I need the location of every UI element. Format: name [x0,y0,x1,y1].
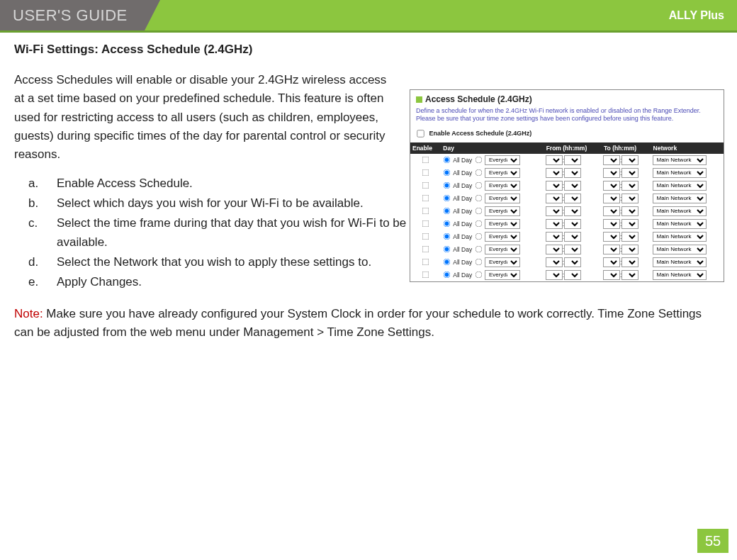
row-from-hh-select[interactable]: 00 [546,194,563,203]
step-b: b. Select which days you wish for your W… [14,194,425,213]
row-allday-radio[interactable] [444,157,451,164]
row-day-radio[interactable] [475,259,482,266]
row-day-radio[interactable] [475,169,482,177]
row-to-mm-select[interactable]: 00 [621,232,638,242]
row-to-mm-select[interactable]: 00 [621,219,638,229]
row-to-hh-select[interactable]: 00 [603,219,620,229]
row-allday-radio[interactable] [444,182,451,189]
row-to-hh-select[interactable]: 00 [603,206,620,216]
row-day-radio[interactable] [475,246,482,253]
row-enable-checkbox[interactable] [422,220,429,228]
row-to-mm-select[interactable]: 00 [621,245,638,254]
row-day-select[interactable]: Everyday [485,270,520,280]
row-allday-radio[interactable] [444,271,451,279]
row-to-mm-select[interactable]: 00 [621,194,638,203]
row-from-hh-select[interactable]: 00 [546,168,563,178]
row-to-mm-select[interactable]: 00 [621,168,638,178]
row-enable-checkbox[interactable] [422,157,429,164]
row-to-hh-select[interactable]: 00 [603,181,620,191]
row-network-select[interactable]: Main Network [653,232,707,242]
row-network-select[interactable]: Main Network [653,270,707,280]
row-from-hh-select[interactable]: 00 [546,245,563,254]
row-from-hh-select[interactable]: 00 [546,181,563,191]
row-day-select[interactable]: Everyday [485,168,520,178]
row-network-select[interactable]: Main Network [653,206,707,216]
row-from-mm-select[interactable]: 00 [564,206,581,216]
row-day-select[interactable]: Everyday [485,181,520,191]
row-day-radio[interactable] [475,157,482,164]
row-day-radio[interactable] [475,208,482,215]
row-enable-checkbox[interactable] [422,259,429,266]
row-from-mm-select[interactable]: 00 [564,155,581,165]
row-network-select[interactable]: Main Network [653,194,707,203]
row-from-mm-select[interactable]: 00 [564,181,581,191]
row-network-select[interactable]: Main Network [653,181,707,191]
row-to-mm-select[interactable]: 00 [621,270,638,280]
row-from-mm-select[interactable]: 00 [564,232,581,242]
row-to-hh-select[interactable]: 00 [603,270,620,280]
row-day-select[interactable]: Everyday [485,206,520,216]
header-product-name: ALLY Plus [669,0,724,30]
row-network-select[interactable]: Main Network [653,155,707,165]
row-from-hh-select[interactable]: 00 [546,219,563,229]
row-allday-radio[interactable] [444,246,451,253]
row-from-mm-select[interactable]: 00 [564,257,581,267]
row-day-select[interactable]: Everyday [485,155,520,165]
row-day-radio[interactable] [475,220,482,228]
row-day-select[interactable]: Everyday [485,257,520,267]
row-allday-radio[interactable] [444,220,451,228]
row-to-hh-select[interactable]: 00 [603,245,620,254]
row-to-hh-select[interactable]: 00 [603,257,620,267]
row-from-mm-select[interactable]: 00 [564,245,581,254]
row-network-select[interactable]: Main Network [653,219,707,229]
row-enable-checkbox[interactable] [422,208,429,215]
row-enable-checkbox[interactable] [422,195,429,202]
row-from-hh-select[interactable]: 00 [546,206,563,216]
row-to-mm-select[interactable]: 00 [621,257,638,267]
row-network-select[interactable]: Main Network [653,257,707,267]
row-from-mm-select[interactable]: 00 [564,168,581,178]
screenshot-title: Access Schedule (2.4GHz) [410,90,724,106]
row-to-hh-select[interactable]: 00 [603,232,620,242]
row-allday-radio[interactable] [444,208,451,215]
row-from-hh-select[interactable]: 00 [546,232,563,242]
row-day-radio[interactable] [475,195,482,202]
row-day-select[interactable]: Everyday [485,232,520,242]
row-from-hh-select[interactable]: 00 [546,270,563,280]
row-from-mm-select[interactable]: 00 [564,219,581,229]
row-day-select[interactable]: Everyday [485,245,520,254]
row-allday-radio[interactable] [444,169,451,177]
row-network-select[interactable]: Main Network [653,168,707,178]
row-enable-checkbox[interactable] [422,271,429,279]
row-from-mm-select[interactable]: 00 [564,270,581,280]
row-day-select[interactable]: Everyday [485,219,520,229]
header-guide-label: USER'S GUIDE [0,0,145,30]
row-to-mm-select[interactable]: 00 [621,155,638,165]
steps-list: a. Enable Access Schedule. b. Select whi… [14,174,425,292]
row-from-hh-select[interactable]: 00 [546,257,563,267]
row-to-mm-select[interactable]: 00 [621,206,638,216]
row-to-hh-select[interactable]: 00 [603,155,620,165]
row-enable-checkbox[interactable] [422,169,429,177]
row-day-select[interactable]: Everyday [485,194,520,203]
row-to-hh-select[interactable]: 00 [603,194,620,203]
schedule-row: All Day Everyday00:0000:00Main Network [410,154,724,167]
row-from-hh-select[interactable]: 00 [546,155,563,165]
row-enable-checkbox[interactable] [422,182,429,189]
row-day-radio[interactable] [475,182,482,189]
row-network-select[interactable]: Main Network [653,245,707,254]
row-from-mm-select[interactable]: 00 [564,194,581,203]
row-allday-radio[interactable] [444,233,451,240]
enable-schedule-checkbox[interactable] [417,130,424,137]
row-allday-radio[interactable] [444,259,451,266]
row-to-mm-select[interactable]: 00 [621,181,638,191]
row-to-hh-select[interactable]: 00 [603,168,620,178]
row-day-radio[interactable] [475,271,482,279]
row-allday-radio[interactable] [444,195,451,202]
schedule-row: All Day Everyday00:0000:00Main Network [410,256,724,269]
row-enable-checkbox[interactable] [422,246,429,253]
row-day-radio[interactable] [475,233,482,240]
schedule-table-header: Enable Day From (hh:mm) To (hh:mm) Netwo… [410,142,724,154]
step-b-label: b. [14,194,50,213]
row-enable-checkbox[interactable] [422,233,429,240]
